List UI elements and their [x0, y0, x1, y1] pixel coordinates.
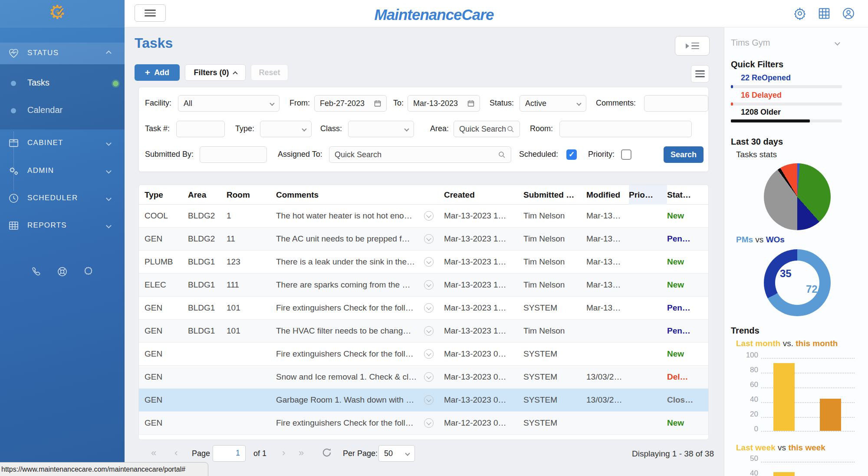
search-icon	[507, 126, 514, 133]
page-number-input[interactable]: 1	[213, 445, 246, 462]
expand-chevron-icon[interactable]	[424, 395, 434, 405]
table-row[interactable]: GEN BLDG1 101 The HVAC filter needs to b…	[139, 320, 708, 343]
cell-area: BLDG1	[188, 326, 227, 336]
expand-chevron-icon[interactable]	[424, 418, 434, 428]
sidebar-item-scheduler[interactable]: SCHEDULER	[0, 188, 125, 209]
account-user-icon[interactable]	[842, 7, 855, 20]
help-lifebuoy-icon[interactable]	[56, 266, 68, 278]
expand-chevron-icon[interactable]	[424, 257, 434, 267]
collapse-panel-button[interactable]	[675, 36, 710, 56]
apps-grid-icon[interactable]	[818, 7, 831, 20]
quick-filter-older[interactable]: 1208 Older	[731, 108, 855, 122]
column-header-submitted[interactable]: Submitted …	[523, 185, 586, 205]
expand-chevron-icon[interactable]	[424, 303, 434, 313]
refresh-icon[interactable]	[321, 447, 332, 458]
search-icon	[498, 151, 506, 159]
sidebar-item-reports[interactable]: REPORTS	[0, 215, 125, 237]
sidebar-item-status[interactable]: STATUS	[0, 43, 125, 64]
last-week-bar	[773, 472, 795, 476]
heart-pulse-icon	[8, 47, 20, 59]
task-number-field[interactable]	[182, 125, 219, 134]
comments-input[interactable]	[644, 95, 708, 112]
type-select[interactable]	[260, 121, 312, 137]
cell-comments: There is a leak under the sink in the…	[276, 257, 444, 267]
expand-chevron-icon[interactable]	[424, 280, 434, 290]
sidebar-item-tasks[interactable]: Tasks	[0, 72, 125, 95]
list-view-button[interactable]	[691, 65, 709, 83]
assigned-to-search-input[interactable]	[329, 146, 511, 163]
area-field[interactable]	[459, 125, 507, 134]
sidebar-item-cabinet[interactable]: CABINET	[0, 132, 125, 154]
cell-status: New	[667, 349, 708, 359]
column-header-priority[interactable]: Prio…	[629, 185, 667, 205]
table-row[interactable]: ELEC BLDG1 111 There are sparks coming f…	[139, 274, 708, 297]
phone-icon[interactable]	[30, 266, 42, 278]
expand-chevron-icon[interactable]	[424, 372, 434, 382]
table-row[interactable]: GEN Garbage Room 1. Wash down with … Mar…	[139, 389, 708, 412]
search-button[interactable]: Search	[664, 146, 704, 163]
last-page-button[interactable]: »	[299, 448, 304, 458]
filters-button[interactable]: Filters (0)	[185, 64, 246, 81]
quick-filter-reopened[interactable]: 22 ReOpened	[731, 73, 855, 88]
status-select[interactable]: Active	[519, 95, 586, 112]
scheduled-checkbox[interactable]: ✓	[566, 149, 577, 160]
to-date-input[interactable]: Mar-13-2023	[408, 95, 480, 112]
first-page-button[interactable]: «	[151, 448, 156, 458]
sidebar-item-calendar[interactable]: Calendar	[0, 99, 125, 122]
task-number-input[interactable]	[176, 121, 225, 137]
table-row[interactable]: PLUMB BLDG1 123 There is a leak under th…	[139, 251, 708, 274]
room-input[interactable]	[559, 121, 692, 137]
assigned-to-field[interactable]	[335, 150, 498, 159]
cell-submitted: SYSTEM	[523, 418, 586, 428]
top-header: MaintenanceCare	[0, 0, 868, 27]
settings-gear-icon[interactable]	[793, 7, 806, 20]
facility-select[interactable]: All	[178, 95, 279, 112]
add-button[interactable]: + Add	[135, 64, 180, 81]
submitted-by-field[interactable]	[205, 150, 261, 159]
per-page-select[interactable]: 50	[378, 445, 415, 462]
column-header-type[interactable]: Type	[145, 185, 188, 205]
column-header-comments[interactable]: Comments	[276, 185, 444, 205]
facility-selector[interactable]: Tims Gym	[731, 38, 839, 50]
prev-page-button[interactable]: ‹	[174, 448, 178, 458]
area-search-input[interactable]	[454, 121, 520, 137]
column-header-created[interactable]: Created	[444, 185, 523, 205]
cell-submitted: SYSTEM	[523, 349, 586, 359]
from-date-input[interactable]: Feb-27-2023	[314, 95, 387, 112]
expand-chevron-icon[interactable]	[424, 326, 434, 336]
last-30-days-title: Last 30 days	[731, 137, 783, 147]
table-row[interactable]: GEN BLDG1 101 Fire extinguishers Check f…	[139, 297, 708, 320]
next-page-button[interactable]: ›	[282, 448, 285, 458]
column-header-modified[interactable]: Modified	[586, 185, 629, 205]
comments-field[interactable]	[650, 99, 703, 108]
expand-chevron-icon[interactable]	[424, 211, 434, 221]
table-row[interactable]: GEN Fire extinguishers Check for the fol…	[139, 412, 708, 435]
cell-comments: There are sparks coming from the …	[276, 280, 444, 290]
expand-chevron-icon[interactable]	[424, 234, 434, 244]
this-month-bar	[820, 399, 841, 431]
indent-icon	[686, 43, 689, 49]
reset-button[interactable]: Reset	[251, 64, 288, 81]
table-row[interactable]: GEN Fire extinguishers Check for the fol…	[139, 343, 708, 366]
table-row[interactable]: GEN Snow and Ice removal 1. Check & cl… …	[139, 366, 708, 389]
badge-settings-icon[interactable]	[82, 266, 94, 278]
quick-filter-delayed[interactable]: 16 Delayed	[731, 91, 855, 106]
table-row[interactable]: COOL BLDG2 1 The hot water heater is not…	[139, 205, 708, 228]
cell-created: Mar-13-2023 1…	[444, 234, 523, 244]
table-row[interactable]: GEN BLDG2 11 The AC unit needs to be pre…	[139, 228, 708, 251]
table-body: COOL BLDG2 1 The hot water heater is not…	[139, 205, 708, 435]
cell-status: Pen…	[667, 326, 708, 336]
cell-room: 101	[227, 326, 276, 336]
submitted-by-input[interactable]	[200, 146, 267, 163]
column-header-room[interactable]: Room	[227, 185, 276, 205]
sidebar-item-admin[interactable]: ADMIN	[0, 160, 125, 182]
column-header-area[interactable]: Area	[188, 185, 227, 205]
chevron-down-icon	[404, 126, 409, 131]
class-select[interactable]	[348, 121, 414, 137]
last-month-bar	[773, 363, 795, 431]
cell-room: 111	[227, 280, 276, 290]
room-field[interactable]	[565, 125, 686, 134]
expand-chevron-icon[interactable]	[424, 349, 434, 359]
column-header-status[interactable]: Stat…	[667, 185, 708, 205]
priority-checkbox[interactable]	[621, 149, 631, 160]
